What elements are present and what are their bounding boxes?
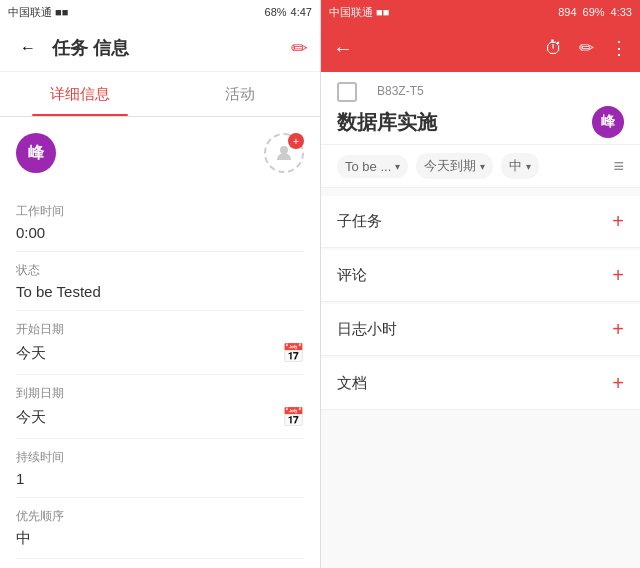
section-log-hours: 日志小时 + [321,304,640,356]
filter-date-label: 今天到期 [424,157,476,175]
value-work-time: 0:00 [16,224,304,241]
calendar-icon-due[interactable]: 📅 [282,406,304,428]
header-right-icons: ⏱ ✏ ⋮ [545,37,628,59]
status-icons-left: 68% 4:47 [265,6,312,18]
tab-detail[interactable]: 详细信息 [0,72,160,116]
header-right: ← ⏱ ✏ ⋮ [321,24,640,72]
section-comments: 评论 + [321,250,640,302]
section-label-log-hours: 日志小时 [337,320,397,339]
section-row-log-hours[interactable]: 日志小时 + [321,304,640,356]
add-document-button[interactable]: + [612,372,624,395]
filter-priority-label: 中 [509,157,522,175]
filter-bar: To be ... ▾ 今天到期 ▾ 中 ▾ ≡ [321,145,640,188]
label-work-time: 工作时间 [16,203,304,220]
label-start-date: 开始日期 [16,321,304,338]
edit-icon-right[interactable]: ✏ [579,37,594,59]
back-icon-right: ← [333,37,353,59]
task-id-row: B83Z-T5 [337,82,624,102]
task-row: 数据库实施 峰 [337,106,624,138]
chevron-down-icon-date: ▾ [480,161,485,172]
status-icons-right: 894 69% 4:33 [558,6,632,18]
section-row-subtasks[interactable]: 子任务 + [321,196,640,248]
label-due-date: 到期日期 [16,385,304,402]
header-left: ← 任务 信息 ✏ [0,24,320,72]
more-icon-right[interactable]: ⋮ [610,37,628,59]
task-title: 数据库实施 [337,109,437,136]
section-documents: 文档 + [321,358,640,410]
tab-activity[interactable]: 活动 [160,72,320,116]
task-badge: 峰 [592,106,624,138]
time-left: 4:47 [291,6,312,18]
timer-icon[interactable]: ⏱ [545,38,563,59]
right-panel: 中国联通 ■■ 894 69% 4:33 ← ⏱ ✏ ⋮ B83Z-T5 数据库… [320,0,640,568]
field-due-date[interactable]: 到期日期 今天 📅 [16,375,304,439]
section-subtasks: 子任务 + [321,196,640,248]
value-status: To be Tested [16,283,304,300]
section-label-comments: 评论 [337,266,367,285]
field-duration: 持续时间 1 [16,439,304,498]
calendar-icon-start[interactable]: 📅 [282,342,304,364]
tabs-left: 详细信息 活动 [0,72,320,117]
field-progress: 已完成百分比 80% [16,559,304,568]
svg-point-0 [280,146,288,154]
add-badge: + [288,133,304,149]
start-date-row: 今天 📅 [16,342,304,364]
label-duration: 持续时间 [16,449,304,466]
filter-date[interactable]: 今天到期 ▾ [416,153,493,179]
chevron-down-icon-status: ▾ [395,161,400,172]
back-icon-left: ← [20,39,36,57]
add-comment-button[interactable]: + [612,264,624,287]
battery-left: 68% [265,6,287,18]
carrier-right: 中国联通 ■■ [329,5,389,20]
right-list: 子任务 + 评论 + 日志小时 + 文档 + [321,188,640,568]
field-start-date[interactable]: 开始日期 今天 📅 [16,311,304,375]
battery-right: 69% [583,6,605,18]
field-priority[interactable]: 优先顺序 中 [16,498,304,559]
value-priority: 中 [16,529,304,548]
label-status: 状态 [16,262,304,279]
carrier-left: 中国联通 ■■ [8,5,68,20]
add-log-button[interactable]: + [612,318,624,341]
due-date-row: 今天 📅 [16,406,304,428]
task-id: B83Z-T5 [377,84,424,98]
section-row-comments[interactable]: 评论 + [321,250,640,302]
time-right: 4:33 [611,6,632,18]
field-status[interactable]: 状态 To be Tested [16,252,304,311]
value-start-date: 今天 [16,344,46,363]
edit-icon-left[interactable]: ✏ [291,36,308,60]
filter-status[interactable]: To be ... ▾ [337,155,408,178]
task-info-bar: B83Z-T5 数据库实施 峰 [321,72,640,145]
section-row-documents[interactable]: 文档 + [321,358,640,410]
status-bar-right: 中国联通 ■■ 894 69% 4:33 [321,0,640,24]
back-button-left[interactable]: ← [12,32,44,64]
field-work-time: 工作时间 0:00 [16,193,304,252]
signal-right: 894 [558,6,576,18]
avatar-row: 峰 + [16,129,304,177]
value-duration: 1 [16,470,304,487]
section-label-documents: 文档 [337,374,367,393]
section-label-subtasks: 子任务 [337,212,382,231]
page-title-left: 任务 信息 [52,36,291,60]
back-button-right[interactable]: ← [333,37,353,60]
filter-status-label: To be ... [345,159,391,174]
avatar-left: 峰 [16,133,56,173]
label-priority: 优先顺序 [16,508,304,525]
add-subtask-button[interactable]: + [612,210,624,233]
task-checkbox[interactable] [337,82,357,102]
left-panel: 中国联通 ■■ 68% 4:47 ← 任务 信息 ✏ 详细信息 活动 峰 [0,0,320,568]
filter-priority[interactable]: 中 ▾ [501,153,539,179]
status-bar-left: 中国联通 ■■ 68% 4:47 [0,0,320,24]
list-menu-icon[interactable]: ≡ [613,156,624,177]
avatar-add-button[interactable]: + [264,133,304,173]
chevron-down-icon-priority: ▾ [526,161,531,172]
value-due-date: 今天 [16,408,46,427]
left-content: 峰 + 工作时间 0:00 状态 To be Tested 开始日期 今天 [0,117,320,568]
